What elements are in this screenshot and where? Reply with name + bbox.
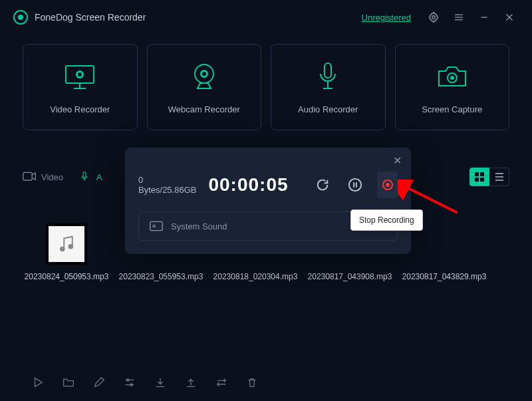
file-thumbnail xyxy=(46,223,87,265)
export-button[interactable] xyxy=(185,376,197,388)
mode-video-recorder[interactable]: Video Recorder xyxy=(23,44,138,130)
svg-rect-24 xyxy=(480,172,484,176)
settings-button[interactable] xyxy=(424,8,443,27)
titlebar: FoneDog Screen Recorder Unregistered xyxy=(0,0,532,35)
download-icon xyxy=(154,376,166,388)
file-name: 20230823_055953.mp3 xyxy=(119,271,203,283)
import-button[interactable] xyxy=(154,376,166,388)
menu-button[interactable] xyxy=(450,8,468,27)
view-toggle xyxy=(469,168,509,186)
svg-rect-40 xyxy=(150,221,162,230)
view-grid-button[interactable] xyxy=(469,168,489,186)
mode-audio-recorder[interactable]: Audio Recorder xyxy=(271,44,386,130)
convert-icon xyxy=(215,376,227,388)
stop-recording-tooltip: Stop Recording xyxy=(350,209,423,231)
register-link[interactable]: Unregistered xyxy=(362,13,411,23)
record-icon xyxy=(382,180,393,190)
file-name: 20230824_050953.mp3 xyxy=(25,271,109,283)
open-folder-button[interactable] xyxy=(63,376,74,388)
svg-point-31 xyxy=(68,244,74,249)
mic-small-icon xyxy=(78,172,91,182)
webcam-icon xyxy=(190,62,219,91)
svg-rect-26 xyxy=(480,178,484,182)
pause-button[interactable] xyxy=(344,172,365,198)
panel-close-button[interactable]: ✕ xyxy=(393,154,402,167)
svg-point-14 xyxy=(202,72,206,76)
svg-rect-25 xyxy=(475,178,479,182)
mode-label: Video Recorder xyxy=(50,104,110,114)
restart-icon xyxy=(315,178,330,192)
mode-webcam-recorder[interactable]: Webcam Recorder xyxy=(147,44,262,130)
video-icon xyxy=(23,172,36,182)
delete-button[interactable] xyxy=(246,376,258,388)
tab-label: A xyxy=(96,172,102,182)
svg-point-19 xyxy=(450,76,454,80)
convert-button[interactable] xyxy=(215,376,227,388)
mode-label: Screen Capture xyxy=(422,104,482,114)
close-icon xyxy=(503,11,515,23)
hamburger-icon xyxy=(453,11,465,23)
list-icon xyxy=(494,172,505,182)
tab-label: Video xyxy=(41,172,63,182)
svg-point-41 xyxy=(153,225,155,227)
svg-point-30 xyxy=(60,247,65,252)
play-button[interactable] xyxy=(32,376,44,388)
close-icon: ✕ xyxy=(393,155,402,166)
svg-rect-21 xyxy=(83,172,86,178)
view-list-button[interactable] xyxy=(489,168,509,186)
svg-rect-23 xyxy=(475,172,479,176)
app-logo-icon xyxy=(13,10,28,25)
svg-rect-20 xyxy=(23,172,32,180)
pencil-icon xyxy=(93,376,105,388)
bottom-toolbar xyxy=(0,364,532,401)
pause-icon xyxy=(348,178,362,192)
minimize-icon xyxy=(478,11,490,23)
svg-point-0 xyxy=(432,16,436,19)
music-note-icon xyxy=(57,234,76,254)
trash-icon xyxy=(246,376,258,388)
recording-panel: ✕ 0 Bytes/25.86GB 00:00:05 System Sound … xyxy=(125,148,411,254)
restart-button[interactable] xyxy=(313,172,333,198)
folder-icon xyxy=(63,376,74,388)
audio-source-label: System Sound xyxy=(171,221,370,231)
file-item[interactable]: 20230824_050953.mp3 xyxy=(23,223,110,283)
gear-icon xyxy=(428,11,440,23)
adjust-button[interactable] xyxy=(124,376,136,388)
mode-card-row: Video Recorder Webcam Recorder Audio Rec… xyxy=(0,35,532,137)
play-icon xyxy=(32,376,44,388)
camera-icon xyxy=(436,65,468,88)
file-name: 20230817_043908.mp3 xyxy=(308,271,392,283)
storage-status: 0 Bytes/25.86GB xyxy=(138,175,196,195)
grid-icon xyxy=(474,172,485,182)
svg-rect-15 xyxy=(325,63,331,78)
sliders-icon xyxy=(124,376,136,388)
recording-timer: 00:00:05 xyxy=(208,174,288,196)
svg-point-11 xyxy=(78,72,82,76)
microphone-icon xyxy=(318,62,338,91)
svg-point-37 xyxy=(349,179,361,191)
minimize-button[interactable] xyxy=(475,8,493,27)
tab-video[interactable]: Video xyxy=(23,172,63,182)
mode-screen-capture[interactable]: Screen Capture xyxy=(395,44,510,130)
mode-label: Webcam Recorder xyxy=(168,104,240,114)
speaker-icon xyxy=(150,221,163,231)
app-title: FoneDog Screen Recorder xyxy=(35,12,146,23)
file-name: 20230817_043829.mp3 xyxy=(402,271,487,283)
close-button[interactable] xyxy=(500,8,519,27)
file-item[interactable]: 20230817_043829.mp3 xyxy=(400,223,488,283)
mode-label: Audio Recorder xyxy=(298,104,358,114)
upload-icon xyxy=(185,376,197,388)
file-name: 20230818_020304.mp3 xyxy=(213,271,298,283)
rename-button[interactable] xyxy=(93,376,105,388)
stop-recording-button[interactable] xyxy=(377,172,398,198)
monitor-record-icon xyxy=(62,63,98,90)
tab-audio[interactable]: A xyxy=(78,172,102,182)
svg-marker-32 xyxy=(35,378,43,387)
